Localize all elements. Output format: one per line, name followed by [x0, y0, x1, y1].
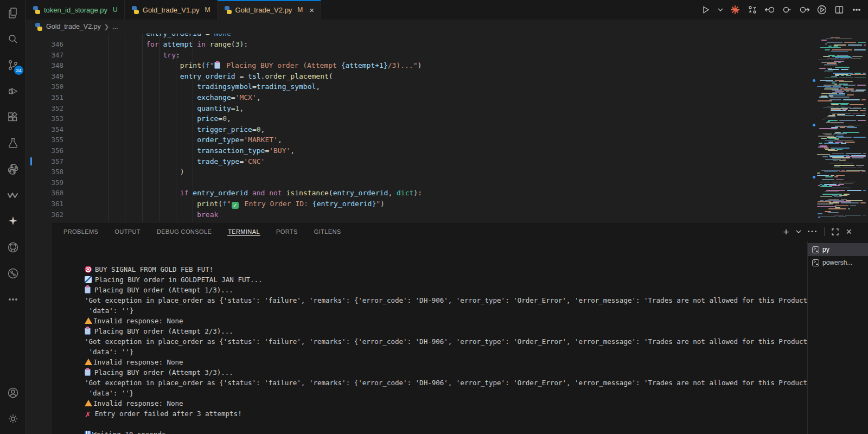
nav-current-icon[interactable] — [781, 4, 793, 16]
search-icon[interactable] — [0, 26, 26, 52]
more-icon[interactable] — [0, 286, 26, 312]
close-panel-icon[interactable]: × — [846, 227, 852, 237]
panel-more-icon[interactable]: ··· — [808, 227, 818, 236]
code-line[interactable]: entry_orderid = None — [26, 34, 868, 39]
code-line[interactable]: 355 order_type='MARKET', — [26, 135, 868, 145]
code-line[interactable]: 359 — [26, 177, 868, 188]
wandb-icon[interactable] — [0, 182, 26, 208]
code-line[interactable]: 346 for attempt in range(3): — [26, 39, 868, 50]
extensions-icon[interactable] — [0, 104, 26, 130]
nav-forward-icon[interactable] — [799, 4, 810, 16]
new-terminal-icon[interactable]: + — [783, 227, 789, 237]
line-number[interactable]: 347 — [26, 50, 78, 61]
line-number[interactable]: 352 — [26, 103, 78, 114]
split-editor-icon[interactable] — [833, 4, 845, 16]
nav-back-icon[interactable] — [764, 4, 776, 16]
panel-actions: + ··· × — [783, 222, 852, 241]
code-line[interactable]: 353 price=0, — [26, 113, 868, 124]
line-number[interactable]: 358 — [26, 167, 78, 177]
code-text: trigger_price=0, — [78, 124, 868, 135]
line-number[interactable]: 360 — [26, 188, 78, 199]
line-number[interactable]: 356 — [26, 145, 78, 156]
line-number[interactable] — [26, 34, 78, 39]
line-number[interactable]: 349 — [26, 71, 78, 82]
line-number[interactable]: 362 — [26, 209, 78, 220]
run-dropdown-icon[interactable] — [717, 4, 724, 16]
breadcrumb-file[interactable]: Gold_trade_V2.py — [46, 23, 101, 30]
settings-gear-icon[interactable] — [0, 406, 26, 432]
code-line[interactable]: 358 ) — [26, 167, 868, 177]
code-line[interactable]: 349 entry_orderid = tsl.order_placement( — [26, 71, 868, 82]
github-icon[interactable] — [0, 234, 26, 260]
code-line[interactable]: 354 trigger_price=0, — [26, 124, 868, 135]
accounts-icon[interactable] — [0, 380, 26, 406]
minimap[interactable] — [810, 34, 868, 222]
minimap-line — [820, 186, 832, 187]
code-line[interactable]: 357 trade_type='CNC' — [26, 156, 868, 167]
code-line[interactable]: 352 quantity=1, — [26, 103, 868, 114]
minimap-line — [845, 215, 860, 216]
run-and-debug-icon[interactable] — [0, 78, 26, 104]
maximize-panel-icon[interactable] — [831, 228, 839, 236]
terminal-session[interactable]: py — [808, 243, 868, 256]
code-line[interactable]: 361 print(f"✓ Entry Order ID: {entry_ord… — [26, 199, 868, 209]
panel-tab-terminal[interactable]: TERMINAL — [227, 224, 260, 240]
panel-tab-debug-console[interactable]: DEBUG CONSOLE — [156, 224, 212, 240]
git-graph-icon[interactable] — [0, 260, 26, 286]
run-or-debug-icon[interactable] — [816, 4, 828, 16]
line-number[interactable]: 348 — [26, 60, 78, 71]
minimap-line — [854, 49, 866, 50]
breadcrumb-more[interactable]: ... — [112, 23, 118, 30]
minimap-line — [846, 91, 849, 92]
minimap-line — [818, 217, 820, 218]
line-number[interactable]: 346 — [26, 39, 78, 50]
line-number[interactable]: 351 — [26, 92, 78, 103]
code-line[interactable]: 360 if entry_orderid and not isinstance(… — [26, 188, 868, 199]
minimap-line — [824, 85, 841, 86]
code-line[interactable]: 350 tradingsymbol=trading_symbol, — [26, 81, 868, 92]
terminal-session[interactable]: powersh... — [808, 256, 868, 269]
run-python-file-icon[interactable] — [700, 4, 712, 16]
code-line[interactable]: 347 try: — [26, 50, 868, 61]
editor-tab[interactable]: Gold_trade_V2.pyM× — [218, 0, 322, 20]
explorer-icon[interactable] — [0, 0, 26, 26]
editor-tab[interactable]: token_id_storage.pyU — [26, 0, 125, 20]
line-number[interactable]: 354 — [26, 124, 78, 135]
close-tab-icon[interactable]: × — [309, 6, 314, 14]
line-number[interactable]: 353 — [26, 113, 78, 124]
python-icon[interactable] — [0, 156, 26, 182]
terminal-output[interactable]: BUY SIGNAL FROM GOLD FEB FUT!Placing BUY… — [52, 241, 807, 434]
terminal-dropdown-icon[interactable] — [796, 229, 801, 234]
minimap-line — [832, 153, 844, 154]
editor-tab[interactable]: Gold_trade_V1.pyM — [125, 0, 218, 20]
minimap-line — [839, 81, 852, 82]
panel-tab-problems[interactable]: PROBLEMS — [63, 224, 99, 240]
minimap-change-dot — [813, 79, 815, 82]
panel-tab-output[interactable]: OUTPUT — [114, 224, 141, 240]
sparkle-icon[interactable] — [0, 208, 26, 234]
minimap-line — [844, 182, 856, 183]
code-line[interactable]: 362 break — [26, 209, 868, 220]
line-number[interactable]: 359 — [26, 177, 78, 188]
line-number[interactable]: 355 — [26, 135, 78, 145]
git-actions-icon[interactable] — [746, 4, 758, 16]
panel-tab-ports[interactable]: PORTS — [276, 224, 298, 240]
code-line[interactable]: 356 transaction_type='BUY', — [26, 145, 868, 156]
panel-tab-gitlens[interactable]: GITLENS — [314, 224, 342, 240]
breadcrumb[interactable]: Gold_trade_V2.py ❯ ... — [26, 20, 868, 34]
code-line[interactable]: 348 print(f" Placing BUY order (Attempt … — [26, 60, 868, 71]
source-control-icon[interactable]: 34 — [0, 52, 26, 78]
line-number[interactable]: 361 — [26, 199, 78, 209]
minimap-line — [835, 57, 852, 58]
line-number[interactable]: 357 — [26, 156, 78, 167]
minimap-line — [834, 165, 854, 166]
minimap-line — [864, 44, 866, 46]
editor-more-actions-icon[interactable] — [851, 4, 863, 16]
minimap-line — [844, 194, 850, 195]
minimap-line — [825, 78, 838, 79]
line-number[interactable]: 350 — [26, 81, 78, 92]
code-editor[interactable]: entry_orderid = None 346 for attempt in … — [26, 34, 868, 222]
testing-icon[interactable] — [0, 130, 26, 156]
code-line[interactable]: 351 exchange='MCX', — [26, 92, 868, 103]
starburst-extension-icon[interactable] — [729, 4, 741, 16]
